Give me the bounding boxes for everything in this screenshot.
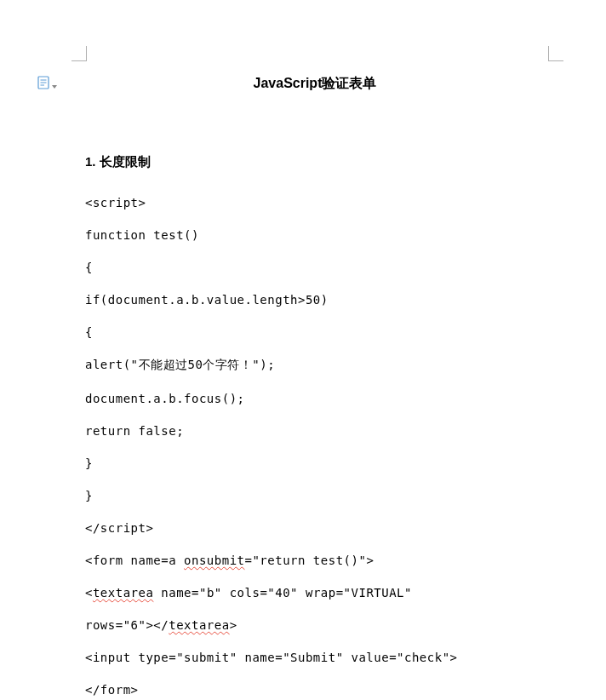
code-line: <input type="submit" name="Submit" value… [85, 651, 545, 664]
code-line: </script> [85, 521, 545, 535]
corner-mark-top-left [71, 46, 87, 61]
code-line: function test() [85, 228, 545, 242]
code-line: if(document.a.b.value.length>50) [85, 293, 545, 307]
chevron-down-icon [52, 77, 57, 92]
code-line: </form> [85, 683, 545, 697]
code-line: <script> [85, 196, 545, 209]
corner-mark-top-right [548, 46, 563, 61]
code-line: <textarea name="b" cols="40" wrap="VIRTU… [85, 586, 545, 600]
code-line: } [85, 489, 545, 502]
page-indicator [37, 76, 57, 93]
section-heading: 1. 长度限制 [85, 154, 545, 170]
code-block: <script>function test(){if(document.a.b.… [85, 196, 545, 697]
code-line: <form name=a onsubmit="return test()"> [85, 554, 545, 567]
code-line: return false; [85, 424, 545, 438]
document-content: JavaScript验证表单 1. 长度限制 <script>function … [85, 75, 545, 700]
code-line: { [85, 261, 545, 274]
code-line: } [85, 456, 545, 470]
doc-icon [37, 76, 49, 93]
code-line: rows="6"></textarea> [85, 618, 545, 632]
document-title: JavaScript验证表单 [85, 75, 545, 93]
code-line: alert("不能超过50个字符！"); [85, 358, 545, 373]
code-line: { [85, 325, 545, 339]
code-line: document.a.b.focus(); [85, 392, 545, 405]
